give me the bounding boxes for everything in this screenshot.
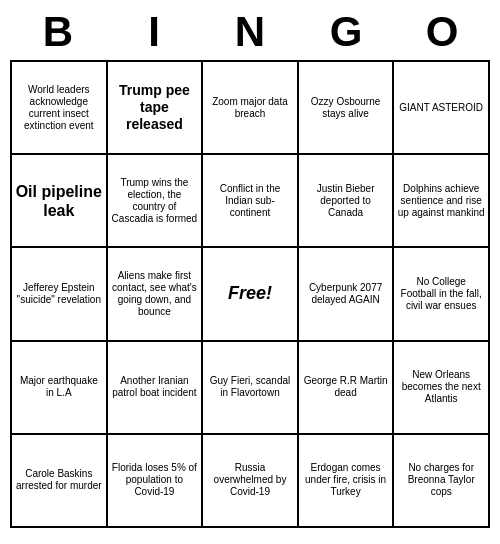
bingo-cell-2: Zoom major data breach: [202, 61, 298, 154]
letter-n: N: [205, 8, 295, 56]
bingo-cell-16: Another Iranian patrol boat incident: [107, 341, 203, 434]
bingo-cell-22: Russia overwhelmed by Covid-19: [202, 434, 298, 527]
bingo-cell-0: World leaders acknowledge current insect…: [11, 61, 107, 154]
bingo-cell-20: Carole Baskins arrested for murder: [11, 434, 107, 527]
bingo-cell-8: Justin Bieber deported to Canada: [298, 154, 394, 247]
bingo-cell-17: Guy Fieri, scandal in Flavortown: [202, 341, 298, 434]
bingo-cell-10: Jefferey Epstein "suicide" revelation: [11, 247, 107, 340]
bingo-cell-24: No charges for Breonna Taylor cops: [393, 434, 489, 527]
bingo-cell-13: Cyberpunk 2077 delayed AGAIN: [298, 247, 394, 340]
bingo-cell-3: Ozzy Osbourne stays alive: [298, 61, 394, 154]
bingo-grid: World leaders acknowledge current insect…: [10, 60, 490, 528]
bingo-cell-4: GIANT ASTEROID: [393, 61, 489, 154]
bingo-cell-6: Trump wins the election, the country of …: [107, 154, 203, 247]
bingo-cell-12: Free!: [202, 247, 298, 340]
letter-b: B: [13, 8, 103, 56]
bingo-cell-5: Oil pipeline leak: [11, 154, 107, 247]
bingo-cell-23: Erdogan comes under fire, crisis in Turk…: [298, 434, 394, 527]
bingo-title: B I N G O: [10, 8, 490, 56]
bingo-cell-11: Aliens make first contact, see what's go…: [107, 247, 203, 340]
bingo-cell-9: Dolphins achieve sentience and rise up a…: [393, 154, 489, 247]
bingo-cell-1: Trump pee tape released: [107, 61, 203, 154]
letter-g: G: [301, 8, 391, 56]
bingo-cell-7: Conflict in the Indian sub-continent: [202, 154, 298, 247]
bingo-cell-14: No College Football in the fall, civil w…: [393, 247, 489, 340]
bingo-cell-19: New Orleans becomes the next Atlantis: [393, 341, 489, 434]
letter-i: I: [109, 8, 199, 56]
bingo-cell-21: Florida loses 5% of population to Covid-…: [107, 434, 203, 527]
bingo-cell-18: George R.R Martin dead: [298, 341, 394, 434]
letter-o: O: [397, 8, 487, 56]
bingo-cell-15: Major earthquake in L.A: [11, 341, 107, 434]
